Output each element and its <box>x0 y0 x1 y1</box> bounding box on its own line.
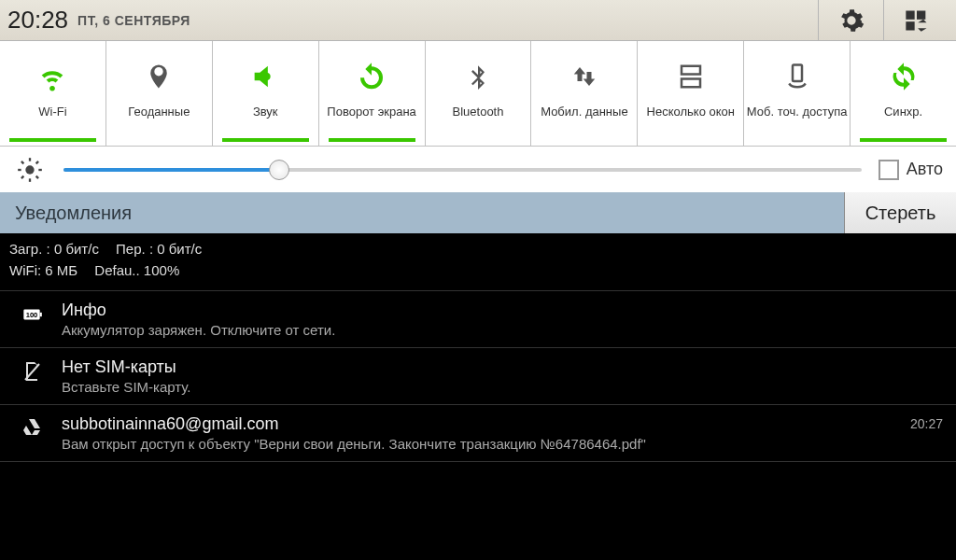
quick-panel-layout-button[interactable] <box>883 0 949 41</box>
brightness-auto-checkbox[interactable] <box>879 160 899 180</box>
toggle-rotate[interactable]: Поворот экрана <box>319 41 426 146</box>
mobiledata-icon <box>570 58 598 95</box>
notification-list: 100 Инфо Аккумулятор заряжен. Отключите … <box>0 291 956 462</box>
brightness-thumb[interactable] <box>269 160 289 180</box>
quick-toggles: Wi-Fi Геоданные Звук Поворот экрана Blue… <box>0 41 956 146</box>
svg-point-6 <box>25 165 34 174</box>
net-upload: Пер. : 0 бит/с <box>116 241 202 257</box>
notifications-header: Уведомления Стереть <box>0 192 956 233</box>
location-icon <box>145 58 173 95</box>
brightness-fill <box>63 168 279 172</box>
bluetooth-icon <box>465 58 491 95</box>
svg-line-11 <box>21 161 23 162</box>
toggle-wifi[interactable]: Wi-Fi <box>0 41 106 146</box>
toggle-hotspot[interactable]: Моб. точ. доступа <box>744 41 851 146</box>
toggle-multiwin[interactable]: Несколько окон <box>638 41 744 146</box>
notification-item[interactable]: Нет SIM-карты Вставьте SIM-карту. <box>0 348 956 405</box>
notifications-title: Уведомления <box>15 203 844 224</box>
nosim-icon <box>13 357 50 384</box>
toggle-sound[interactable]: Звук <box>213 41 319 146</box>
notification-item[interactable]: 100 Инфо Аккумулятор заряжен. Отключите … <box>0 291 956 348</box>
wifi-icon <box>36 58 68 95</box>
toggle-indicator <box>541 138 627 142</box>
svg-rect-4 <box>682 79 700 88</box>
status-date: ПТ, 6 СЕНТЯБРЯ <box>77 13 190 28</box>
svg-line-13 <box>21 175 23 177</box>
notification-text: Вам открыт доступ к объекту "Верни свои … <box>62 436 901 452</box>
toggle-label: Звук <box>253 99 278 125</box>
net-default: Defau.. 100% <box>94 262 179 278</box>
brightness-slider[interactable] <box>63 159 862 181</box>
notification-time <box>934 301 943 302</box>
toggle-label: Синхр. <box>884 99 922 125</box>
sync-icon <box>889 58 919 95</box>
clear-notifications-button[interactable]: Стереть <box>844 192 956 233</box>
toggle-indicator <box>435 138 522 142</box>
notification-title: subbotinainna60@gmail.com <box>62 414 901 434</box>
toggle-mobiledata[interactable]: Мобил. данные <box>531 41 638 146</box>
brightness-auto[interactable]: Авто <box>879 160 943 180</box>
toggle-sync[interactable]: Синхр. <box>851 41 956 146</box>
toggle-label: Геоданные <box>128 99 190 125</box>
toggle-indicator <box>9 138 96 142</box>
multiwin-icon <box>677 58 705 95</box>
hotspot-icon <box>783 58 811 95</box>
svg-rect-1 <box>917 10 925 19</box>
rotate-icon <box>357 58 387 95</box>
toggle-label: Несколько окон <box>647 99 735 125</box>
network-stats: Загр. : 0 бит/с Пер. : 0 бит/с WiFi: 6 М… <box>0 233 956 291</box>
settings-button[interactable] <box>818 0 883 41</box>
toggle-indicator <box>222 138 309 142</box>
toggle-label: Поворот экрана <box>327 99 416 125</box>
status-bar: 20:28 ПТ, 6 СЕНТЯБРЯ <box>0 0 956 41</box>
svg-rect-5 <box>793 65 802 82</box>
battery-icon: 100 <box>13 301 50 327</box>
gear-icon <box>838 7 865 34</box>
toggle-indicator <box>647 138 734 142</box>
net-download: Загр. : 0 бит/с <box>9 241 99 257</box>
toggle-location[interactable]: Геоданные <box>106 41 213 146</box>
svg-rect-3 <box>682 66 700 75</box>
status-time: 20:28 <box>7 6 68 35</box>
svg-rect-0 <box>906 10 914 19</box>
notification-time <box>934 357 943 359</box>
toggle-label: Мобил. данные <box>541 99 627 125</box>
notification-text: Вставьте SIM-карту. <box>62 379 934 395</box>
notification-title: Нет SIM-карты <box>62 357 934 377</box>
brightness-icon <box>13 157 47 183</box>
net-wifi-usage: WiFi: 6 МБ <box>9 262 77 278</box>
notification-time: 20:27 <box>901 414 943 431</box>
notification-title: Инфо <box>62 301 934 320</box>
toggle-label: Моб. точ. доступа <box>747 99 848 125</box>
toggle-indicator <box>860 138 947 142</box>
drive-icon <box>13 414 50 439</box>
svg-rect-16 <box>40 313 42 316</box>
toggle-indicator <box>753 138 840 142</box>
notification-item[interactable]: subbotinainna60@gmail.com Вам открыт дос… <box>0 405 956 462</box>
svg-text:100: 100 <box>26 311 38 319</box>
svg-line-14 <box>36 161 38 162</box>
sound-icon <box>249 58 281 95</box>
toggle-bluetooth[interactable]: Bluetooth <box>426 41 532 146</box>
toggle-label: Wi-Fi <box>38 99 66 125</box>
toggle-label: Bluetooth <box>453 99 504 125</box>
toggle-indicator <box>116 138 203 142</box>
svg-rect-2 <box>906 21 914 30</box>
notification-text: Аккумулятор заряжен. Отключите от сети. <box>62 322 934 338</box>
svg-line-12 <box>36 175 38 177</box>
grid-swap-icon <box>904 7 930 34</box>
brightness-row: Авто <box>0 146 956 192</box>
toggle-indicator <box>329 138 415 142</box>
brightness-auto-label: Авто <box>907 160 943 179</box>
